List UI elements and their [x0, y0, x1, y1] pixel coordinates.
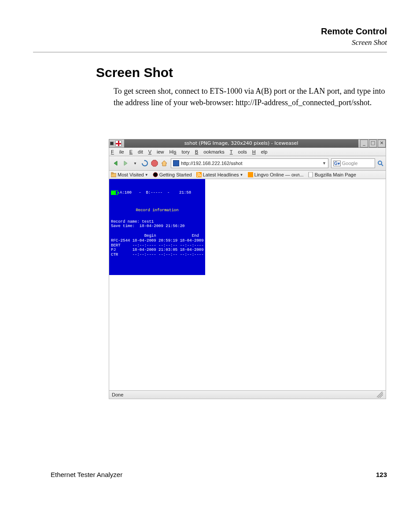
lingvo-icon — [248, 172, 253, 177]
menu-edit[interactable]: Edit — [129, 149, 143, 154]
svg-point-1 — [378, 161, 382, 165]
resize-grip-icon[interactable] — [377, 392, 383, 398]
browser-statusbar: Done — [109, 391, 386, 399]
url-dropdown-icon[interactable]: ▼ — [322, 161, 326, 165]
app-icon — [115, 140, 122, 147]
svg-rect-8 — [248, 172, 253, 177]
bookmarks-bar: Most Visited▼ Getting Started Latest Hea… — [109, 171, 386, 179]
page-number: 123 — [376, 471, 387, 478]
search-engine-icon[interactable]: G▾ — [333, 161, 341, 166]
window-title: sshot (PNG Image, 320x240 pixels) - Icew… — [124, 139, 358, 147]
minimize-button[interactable]: _ — [360, 139, 368, 147]
page-icon — [308, 172, 313, 177]
device-screen-title: Record information — [111, 208, 203, 213]
search-placeholder: Google — [342, 161, 357, 166]
footer-product-name: Ethernet Tester Analyzer — [51, 471, 122, 478]
menu-file[interactable]: File — [111, 149, 124, 154]
bookmark-getting-started[interactable]: Getting Started — [153, 172, 192, 177]
dropdown-history-icon[interactable]: ▼ — [132, 160, 139, 167]
svg-line-2 — [381, 164, 383, 166]
forward-button[interactable] — [122, 160, 129, 167]
table-row: RFC-2544 18-04-2009 20:59:19 18-04-2009 … — [111, 238, 225, 243]
menu-view[interactable]: View — [148, 149, 164, 154]
section-paragraph: To get screen shot, connect to ETS-1000 … — [114, 85, 386, 108]
section-heading: Screen Shot — [96, 65, 173, 80]
search-submit-icon[interactable] — [377, 160, 384, 167]
svg-rect-9 — [309, 172, 313, 177]
menubar: File Edit View History Bookmarks Tools H… — [109, 148, 386, 156]
getting-started-icon — [153, 172, 158, 177]
search-box[interactable]: G▾ Google — [331, 158, 375, 168]
folder-icon — [111, 172, 116, 177]
svg-point-5 — [153, 172, 158, 177]
menu-history[interactable]: History — [169, 149, 190, 154]
table-row: BERT --:--:---- --:--:-- --:--:---- --:-… — [111, 243, 225, 248]
bookmark-most-visited[interactable]: Most Visited▼ — [111, 172, 148, 177]
bookmark-bugzilla[interactable]: Bugzilla Main Page — [308, 172, 356, 177]
browser-screenshot-figure: sshot (PNG Image, 320x240 pixels) - Icew… — [109, 139, 386, 399]
svg-marker-0 — [151, 160, 158, 166]
status-text: Done — [112, 392, 123, 397]
chapter-title: Remote Control — [321, 26, 387, 37]
menu-tools[interactable]: Tools — [230, 149, 247, 154]
bookmark-lingvo[interactable]: Lingvo Online — онл... — [248, 172, 304, 177]
close-button[interactable]: × — [378, 139, 386, 147]
device-status-line: A:100 - B:----- - 21:58 — [111, 191, 203, 195]
svg-point-7 — [197, 176, 198, 177]
navigation-toolbar: ▼ http://192.168.222.162/sshot ▼ G▾ Goog… — [109, 156, 386, 171]
battery-icon — [111, 191, 118, 195]
url-bar[interactable]: http://192.168.222.162/sshot ▼ — [171, 158, 328, 168]
table-row: CTR --:--:---- --:--:-- --:--:---- --:--… — [111, 253, 225, 257]
back-button[interactable] — [112, 160, 119, 167]
maximize-button[interactable]: □ — [369, 139, 377, 147]
table-header: Begin End — [111, 234, 199, 238]
reload-button[interactable] — [141, 160, 148, 167]
chapter-subtitle: Screen Shot — [321, 38, 387, 47]
header-rule — [33, 52, 387, 52]
rss-icon — [196, 172, 202, 177]
page-content: A:100 - B:----- - 21:58 Record informati… — [109, 179, 386, 391]
bookmark-latest-headlines[interactable]: Latest Headlines▼ — [196, 172, 243, 177]
record-name-row: Record name: test1 — [111, 220, 154, 224]
table-row: PJ 18-04-2009 21:03:05 18-04-2009 21:04:… — [111, 248, 225, 252]
device-screenshot: A:100 - B:----- - 21:58 Record informati… — [109, 179, 205, 275]
menu-bookmarks[interactable]: Bookmarks — [195, 149, 225, 154]
window-titlebar: sshot (PNG Image, 320x240 pixels) - Icew… — [109, 139, 386, 148]
page-favicon — [173, 160, 179, 166]
stop-button[interactable] — [151, 160, 158, 167]
close-icon[interactable] — [110, 142, 114, 145]
home-button[interactable] — [161, 160, 168, 167]
url-text: http://192.168.222.162/sshot — [181, 161, 242, 166]
svg-rect-4 — [111, 172, 113, 174]
menu-help[interactable]: Help — [252, 149, 268, 154]
save-time-row: Save time: 18-04-2009 21:56:20 — [111, 224, 184, 228]
